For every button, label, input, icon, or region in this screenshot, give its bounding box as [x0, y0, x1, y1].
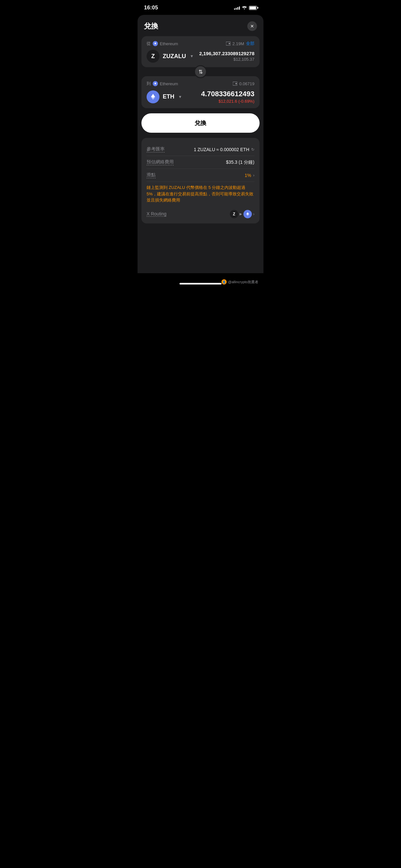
to-balance: 0.06719: [239, 82, 254, 86]
watermark-icon: 👤: [221, 279, 227, 284]
to-balance-info: 0.06719: [233, 82, 254, 86]
rate-value: 1 ZUZALU ≈ 0.000002 ETH ↻: [194, 147, 254, 152]
to-card: 到 Ethereum 0.06719: [142, 76, 259, 108]
to-text: 到: [147, 81, 151, 87]
slippage-text: 1%: [245, 173, 251, 178]
from-label-row: 從 Ethereum 2.19M 全部: [147, 41, 254, 46]
info-card: 參考匯率 1 ZUZALU ≈ 0.000002 ETH ↻ 預估網絡費用 $3…: [142, 138, 259, 223]
routing-chevron-icon: ›: [253, 212, 254, 216]
from-amount-value: 2,196,307.233089129278: [199, 51, 254, 56]
wifi-icon: [242, 5, 247, 10]
to-chevron-icon: ▼: [178, 95, 182, 99]
routing-arrow-icon: ▶: [240, 212, 242, 216]
to-label: 到 Ethereum: [147, 81, 178, 87]
to-amount-value: 4.708336612493: [201, 90, 254, 98]
to-label-row: 到 Ethereum 0.06719: [147, 81, 254, 87]
from-amount-usd: $12,105.37: [199, 57, 254, 62]
zuzalu-logo: Z: [147, 50, 159, 63]
slippage-label[interactable]: 滑點: [147, 172, 156, 178]
home-indicator: [180, 283, 221, 284]
routing-row: X Routing Z ▶ ›: [147, 207, 254, 218]
status-icons: [234, 5, 257, 10]
fee-text: $35.3 (1 分鐘): [226, 159, 254, 165]
to-token-name: ETH: [163, 93, 174, 100]
from-card: 從 Ethereum 2.19M 全部: [142, 36, 259, 67]
status-bar: 16:05: [137, 0, 264, 13]
from-text: 從: [147, 41, 151, 46]
routing-icons[interactable]: Z ▶ ›: [230, 210, 254, 218]
slippage-row: 滑點 1% ›: [147, 169, 254, 182]
status-time: 16:05: [144, 4, 158, 11]
swap-modal: 兌換 ✕ 從 Ethereum 2.19M: [137, 15, 264, 273]
from-network: Ethereum: [160, 41, 178, 46]
slippage-value[interactable]: 1% ›: [245, 173, 254, 178]
to-network: Ethereum: [160, 82, 178, 86]
watermark: 👤 @allincrypto熬鷹者: [221, 279, 258, 284]
to-token-selector[interactable]: ETH ▼: [147, 90, 182, 103]
from-network-badge: [153, 41, 158, 46]
slippage-chevron-icon: ›: [253, 173, 254, 178]
from-label: 從 Ethereum: [147, 41, 178, 46]
from-token-row: Z ZUZALU ▼ 2,196,307.233089129278 $12,10…: [147, 50, 254, 63]
warning-text: 鏈上監測到 ZUZALU 代幣價格在 5 分鐘之內波動超過 5%，建議在進行交易…: [147, 182, 254, 207]
rate-text: 1 ZUZALU ≈ 0.000002 ETH: [194, 147, 249, 152]
modal-header: 兌換 ✕: [137, 15, 264, 36]
modal-title: 兌換: [144, 21, 158, 31]
rate-label[interactable]: 參考匯率: [147, 146, 165, 152]
exchange-button[interactable]: 兌換: [142, 113, 259, 133]
from-balance-info: 2.19M 全部: [226, 41, 254, 46]
svg-rect-2: [228, 43, 230, 44]
from-balance: 2.19M: [233, 41, 244, 46]
from-amount: 2,196,307.233089129278 $12,105.37: [199, 51, 254, 62]
svg-rect-4: [235, 83, 237, 84]
to-token-row: ETH ▼ 4.708336612493 $12,021.6 (-0.69%): [147, 90, 254, 104]
fee-value: $35.3 (1 分鐘): [226, 159, 254, 165]
rate-row: 參考匯率 1 ZUZALU ≈ 0.000002 ETH ↻: [147, 143, 254, 156]
battery-icon: [249, 6, 257, 10]
swap-direction-container: ⇅: [137, 65, 264, 78]
swap-direction-button[interactable]: ⇅: [194, 65, 207, 78]
from-balance-all[interactable]: 全部: [246, 41, 254, 46]
routing-eth-icon: [243, 210, 252, 218]
signal-icon: [234, 6, 240, 10]
from-token-selector[interactable]: Z ZUZALU ▼: [147, 50, 194, 63]
routing-label[interactable]: X Routing: [147, 211, 166, 217]
routing-zuzalu-icon: Z: [230, 210, 238, 218]
from-chevron-icon: ▼: [190, 54, 194, 58]
to-amount-usd: $12,021.6 (-0.69%): [201, 99, 254, 104]
fee-label[interactable]: 預估網絡費用: [147, 159, 174, 165]
fee-row: 預估網絡費用 $35.3 (1 分鐘): [147, 156, 254, 169]
to-amount: 4.708336612493 $12,021.6 (-0.69%): [201, 90, 254, 104]
watermark-text: @allincrypto熬鷹者: [228, 280, 258, 284]
to-network-badge: [153, 81, 158, 86]
refresh-icon[interactable]: ↻: [251, 147, 254, 152]
svg-point-0: [244, 8, 245, 9]
from-token-name: ZUZALU: [163, 53, 186, 60]
eth-logo: [147, 90, 159, 103]
close-button[interactable]: ✕: [247, 21, 257, 31]
